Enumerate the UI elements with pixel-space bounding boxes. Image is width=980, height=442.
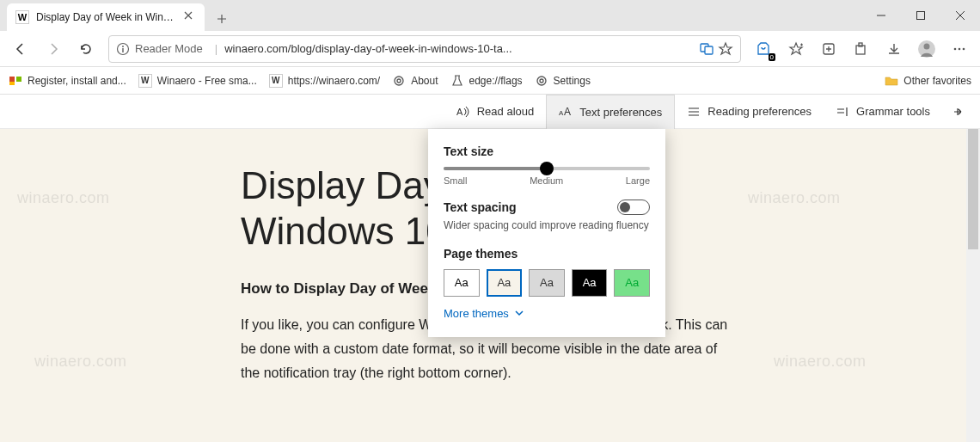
text-spacing-desc: Wider spacing could improve reading flue…	[444, 218, 650, 233]
translate-icon[interactable]	[699, 41, 714, 57]
text-preferences-label: Text preferences	[579, 106, 662, 119]
favorite-star-icon[interactable]	[718, 41, 733, 57]
browser-tab[interactable]: W Display Day of Week in Windows	[7, 3, 205, 31]
reader-toolbar: A Read aloud AA Text preferences Reading…	[0, 95, 980, 129]
slider-label-small: Small	[444, 175, 468, 186]
bookmark-item[interactable]: Register, install and...	[9, 74, 126, 88]
svg-rect-13	[9, 77, 15, 82]
read-aloud-label: Read aloud	[477, 105, 535, 118]
bookmark-label: Register, install and...	[28, 75, 126, 87]
grammar-tools-button[interactable]: Grammar tools	[824, 95, 942, 129]
reading-preferences-button[interactable]: Reading preferences	[675, 95, 824, 129]
tab-title: Display Day of Week in Windows	[36, 11, 177, 23]
grammar-tools-label: Grammar tools	[856, 105, 930, 118]
bookmark-label: edge://flags	[469, 75, 523, 87]
text-size-slider[interactable]	[444, 167, 650, 170]
theme-swatch-gray[interactable]: Aa	[529, 269, 565, 297]
svg-rect-7	[859, 43, 862, 46]
theme-swatch-white[interactable]: Aa	[444, 269, 480, 297]
read-aloud-button[interactable]: A Read aloud	[444, 95, 547, 129]
bookmark-icon	[9, 74, 22, 88]
folder-icon	[885, 74, 898, 88]
tab-favicon: W	[15, 10, 29, 24]
gear-icon	[392, 74, 406, 88]
reader-mode-label: Reader Mode	[135, 42, 203, 55]
page-themes-label: Page themes	[444, 247, 650, 261]
bookmark-label: https://winaero.com/	[288, 75, 380, 87]
svg-point-19	[540, 79, 543, 83]
bookmark-item[interactable]: W Winaero - Free sma...	[138, 74, 257, 88]
svg-text:A: A	[456, 107, 463, 117]
more-themes-link[interactable]: More themes	[444, 307, 650, 320]
window-controls	[861, 0, 980, 31]
maximize-button[interactable]	[901, 0, 940, 31]
svg-point-12	[963, 47, 965, 50]
pin-toolbar-button[interactable]	[942, 105, 973, 119]
menu-button[interactable]	[944, 34, 975, 64]
text-preferences-button[interactable]: AA Text preferences	[546, 95, 675, 129]
text-spacing-label: Text spacing	[444, 200, 517, 214]
site-info-icon[interactable]	[116, 42, 130, 56]
text-spacing-toggle[interactable]	[617, 200, 650, 215]
slider-label-medium: Medium	[530, 175, 563, 186]
read-aloud-icon: A	[456, 105, 470, 119]
grammar-tools-icon	[836, 105, 849, 119]
bookmark-item[interactable]: Settings	[535, 74, 591, 88]
svg-text:A: A	[564, 106, 571, 118]
minimize-button[interactable]	[861, 0, 901, 31]
theme-swatch-sepia[interactable]: Aa	[487, 269, 523, 297]
svg-point-10	[954, 47, 957, 50]
bookmark-item[interactable]: W https://winaero.com/	[269, 74, 380, 88]
slider-thumb[interactable]	[540, 162, 554, 175]
shopping-badge: 0	[769, 53, 775, 61]
svg-point-9	[924, 43, 930, 49]
bookmarks-bar: Register, install and... W Winaero - Fre…	[0, 67, 980, 95]
bookmark-icon: W	[269, 74, 283, 88]
address-bar[interactable]: Reader Mode | winaero.com/blog/display-d…	[108, 35, 741, 63]
reading-preferences-label: Reading preferences	[707, 105, 812, 118]
separator: |	[215, 42, 217, 55]
more-themes-label: More themes	[444, 307, 509, 320]
bookmark-label: Other favorites	[903, 75, 971, 87]
vertical-scrollbar[interactable]	[966, 129, 980, 442]
bookmark-icon: W	[138, 74, 152, 88]
slider-label-large: Large	[626, 175, 650, 186]
scrollbar-thumb[interactable]	[968, 129, 978, 249]
downloads-icon[interactable]	[879, 34, 910, 64]
chevron-down-icon	[514, 308, 524, 318]
bookmark-item[interactable]: edge://flags	[450, 74, 523, 88]
shopping-icon[interactable]: 0	[748, 34, 779, 64]
bookmark-label: Winaero - Free sma...	[157, 75, 257, 87]
svg-point-16	[395, 77, 403, 85]
slider-fill	[444, 167, 547, 170]
svg-point-17	[397, 79, 401, 83]
svg-rect-4	[705, 46, 713, 54]
svg-point-2	[122, 46, 124, 47]
theme-swatch-black[interactable]: Aa	[572, 269, 608, 297]
collections-icon[interactable]	[813, 34, 844, 64]
extensions-icon[interactable]	[846, 34, 877, 64]
svg-point-18	[537, 77, 546, 85]
browser-toolbar: Reader Mode | winaero.com/blog/display-d…	[0, 31, 980, 67]
url-text: winaero.com/blog/display-day-of-week-in-…	[224, 42, 695, 55]
reading-preferences-icon	[687, 105, 701, 119]
bookmark-label: Settings	[554, 75, 591, 87]
back-button[interactable]	[5, 34, 36, 64]
forward-button[interactable]	[38, 34, 69, 64]
svg-rect-15	[9, 82, 15, 85]
favorites-icon[interactable]	[781, 34, 812, 64]
text-preferences-popover: Text size Small Medium Large Text spacin…	[428, 129, 665, 337]
window-titlebar: W Display Day of Week in Windows	[0, 0, 980, 31]
gear-icon	[535, 74, 548, 88]
text-preferences-icon: AA	[559, 105, 573, 119]
tab-close-button[interactable]	[184, 11, 196, 23]
theme-swatch-green[interactable]: Aa	[614, 269, 650, 297]
new-tab-button[interactable]	[210, 7, 234, 31]
refresh-button[interactable]	[70, 34, 101, 64]
flask-icon	[450, 74, 464, 88]
window-close-button[interactable]	[940, 0, 980, 31]
other-favorites[interactable]: Other favorites	[885, 74, 971, 88]
bookmark-item[interactable]: About	[392, 74, 438, 88]
profile-avatar[interactable]	[911, 34, 942, 64]
svg-rect-14	[16, 77, 21, 82]
